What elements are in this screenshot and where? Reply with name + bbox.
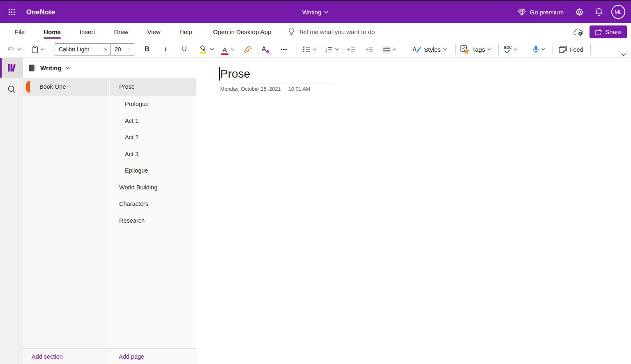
font-name-input[interactable] xyxy=(55,46,104,53)
tab-draw[interactable]: Draw xyxy=(104,23,138,41)
waffle-icon xyxy=(8,9,15,16)
chevron-down-icon xyxy=(487,48,491,51)
notebook-switcher[interactable]: Writing xyxy=(302,9,329,16)
share-button[interactable]: Share xyxy=(590,25,627,38)
tab-insert-label: Insert xyxy=(80,28,95,35)
page-item[interactable]: Prologue xyxy=(110,96,196,113)
undo-icon xyxy=(7,46,15,53)
numbered-list-icon: 123 xyxy=(325,46,333,53)
search-button[interactable] xyxy=(0,82,23,97)
decrease-indent-icon xyxy=(347,46,355,53)
align-text-icon xyxy=(382,46,390,53)
add-page-button[interactable]: Add page xyxy=(109,349,196,364)
italic-button[interactable]: I xyxy=(164,43,166,56)
chevron-down-icon xyxy=(313,48,317,51)
font-color-icon: A xyxy=(221,46,228,53)
styles-button[interactable]: A Styles xyxy=(412,43,447,56)
page-item[interactable]: Act 1 xyxy=(110,113,196,129)
spellcheck-icon: abc xyxy=(504,45,511,53)
page-time: 10:01 AM xyxy=(288,86,310,92)
bulleted-list-button[interactable] xyxy=(303,43,317,56)
font-name-combobox[interactable] xyxy=(55,43,111,55)
tab-home[interactable]: Home xyxy=(34,23,70,41)
clear-formatting-button[interactable]: A xyxy=(262,43,266,56)
library-books-icon xyxy=(7,64,16,72)
chevron-down-icon xyxy=(443,48,447,51)
microphone-icon xyxy=(533,45,539,54)
more-formatting-button[interactable]: ••• xyxy=(281,43,288,56)
font-size-combobox[interactable] xyxy=(111,43,134,55)
page-label: Research xyxy=(119,217,145,224)
chevron-down-icon xyxy=(230,48,235,51)
format-painter-button[interactable] xyxy=(244,43,252,56)
menu-bar: File Home Insert Draw View Help Open in … xyxy=(0,23,631,41)
tags-icon xyxy=(460,45,470,54)
page-item[interactable]: Epilogue xyxy=(110,162,196,179)
title-underline xyxy=(219,83,333,83)
page-label: Act 1 xyxy=(125,117,138,124)
page-title-field[interactable]: Prose xyxy=(219,65,333,83)
open-in-desktop-button[interactable]: Open in Desktop App xyxy=(213,28,272,35)
undo-button[interactable] xyxy=(7,43,21,56)
save-status-button[interactable] xyxy=(572,26,585,38)
tab-view-label: View xyxy=(147,28,160,35)
tags-button[interactable]: Tags xyxy=(460,43,491,56)
highlight-button[interactable] xyxy=(199,43,214,56)
paste-button[interactable] xyxy=(32,43,44,56)
bell-icon xyxy=(595,7,603,16)
feed-label: Feed xyxy=(569,46,583,53)
page-item[interactable]: Prose xyxy=(110,78,196,96)
spellcheck-button[interactable]: abc xyxy=(504,43,518,56)
dictate-button[interactable] xyxy=(533,43,545,56)
notebook-header-dropdown[interactable]: Writing xyxy=(23,58,196,78)
chevron-down-icon xyxy=(40,48,44,51)
tab-home-label: Home xyxy=(44,28,61,35)
account-avatar[interactable]: ML xyxy=(611,5,625,19)
font-color-button[interactable]: A xyxy=(221,43,235,56)
app-title[interactable]: OneNote xyxy=(26,8,55,16)
collapse-ribbon-button[interactable] xyxy=(621,53,626,56)
chevron-down-icon xyxy=(541,48,545,51)
tab-file[interactable]: File xyxy=(5,23,34,41)
page-item[interactable]: Characters xyxy=(110,196,196,212)
app-launcher-button[interactable] xyxy=(0,1,23,23)
navigation-pane: Writing Book One Prose Prologue Act 1 Ac… xyxy=(23,58,196,364)
search-icon xyxy=(7,85,16,94)
page-item[interactable]: World Building xyxy=(110,179,196,196)
bold-button[interactable]: B xyxy=(145,43,150,56)
tab-insert[interactable]: Insert xyxy=(70,23,105,41)
page-label: Prologue xyxy=(125,101,149,107)
feed-icon xyxy=(559,45,567,53)
section-item-book-one[interactable]: Book One xyxy=(23,78,109,96)
page-canvas[interactable]: Prose Monday, October 25, 2021 10:01 AM xyxy=(196,58,631,364)
decrease-indent-button[interactable] xyxy=(347,43,355,56)
tab-draw-label: Draw xyxy=(114,28,128,35)
tab-view[interactable]: View xyxy=(138,23,170,41)
notifications-button[interactable] xyxy=(589,1,609,23)
tab-help-label: Help xyxy=(180,28,192,35)
tell-me-search[interactable]: Tell me what you want to do xyxy=(288,28,375,36)
chevron-down-icon xyxy=(392,48,396,51)
increase-indent-button[interactable] xyxy=(365,43,373,56)
chevron-down-icon xyxy=(324,11,329,14)
feed-button[interactable]: Feed xyxy=(559,43,583,56)
alignment-button[interactable] xyxy=(382,43,396,56)
numbered-list-button[interactable]: 123 xyxy=(325,43,339,56)
chevron-down-icon xyxy=(17,48,21,51)
ellipsis-icon: ••• xyxy=(281,46,288,53)
notebooks-rail-button[interactable] xyxy=(0,58,23,78)
page-label: Characters xyxy=(119,200,148,207)
formatting-toolbar: B I U A A xyxy=(0,41,631,58)
page-item[interactable]: Research xyxy=(110,212,196,229)
underline-button[interactable]: U xyxy=(182,43,187,56)
add-section-button[interactable]: Add section xyxy=(23,349,109,364)
go-premium-button[interactable]: Go premium xyxy=(512,1,569,23)
highlighter-icon xyxy=(199,45,208,54)
page-item[interactable]: Act 3 xyxy=(110,146,196,163)
settings-button[interactable] xyxy=(569,1,589,23)
page-item[interactable]: Act 2 xyxy=(110,129,196,146)
styles-icon: A xyxy=(412,45,422,53)
font-size-input[interactable] xyxy=(111,46,128,53)
tab-help[interactable]: Help xyxy=(170,23,202,41)
tab-file-label: File xyxy=(15,28,25,35)
